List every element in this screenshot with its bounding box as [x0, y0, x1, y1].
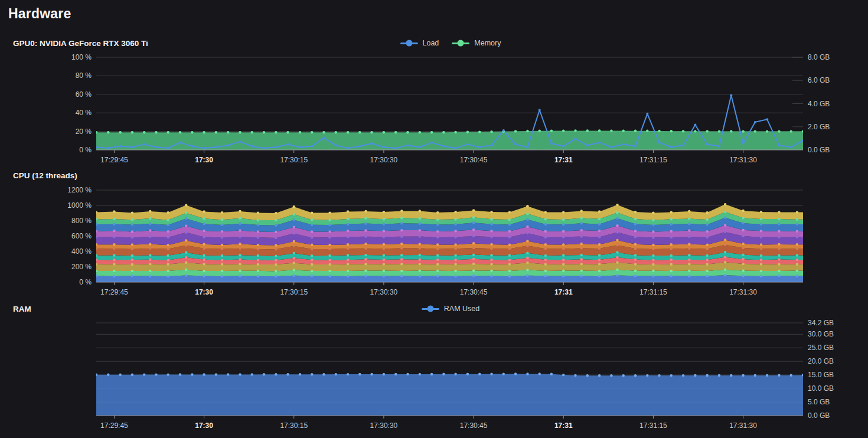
axis-tick-label: 0.0 GB: [808, 411, 830, 420]
x-axis-tick-label: 17:31: [554, 421, 573, 430]
x-axis-tick-label: 17:30:45: [460, 288, 488, 296]
hardware-page: Hardware GPU0: NVIDIA GeForce RTX 3060 T…: [0, 0, 868, 438]
x-axis-tick-label: 17:31:30: [729, 288, 757, 296]
x-axis-tick-label: 17:30:15: [280, 156, 308, 164]
x-axis-tick-label: 17:30:30: [370, 421, 398, 430]
axis-tick-label: 60 %: [76, 90, 92, 99]
x-axis-tick-label: 17:30:45: [460, 156, 488, 164]
x-axis-tick-label: 17:31:15: [639, 288, 667, 296]
x-axis-tick-label: 17:31: [554, 156, 573, 164]
axis-tick-label: 80 %: [76, 71, 92, 80]
x-axis-tick-label: 17:30:45: [460, 421, 488, 430]
gpu-chart: 0 %20 %40 %60 %80 %100 %0.0 GB2.0 GB4.0 …: [71, 53, 830, 164]
axis-tick-label: 10.0 GB: [808, 384, 834, 393]
axis-tick-label: 1000 %: [67, 201, 92, 210]
axis-tick-label: 30.0 GB: [808, 330, 834, 338]
x-axis-tick-label: 17:29:45: [100, 288, 128, 296]
ram-chart: 0.0 GB5.0 GB10.0 GB15.0 GB20.0 GB25.0 GB…: [95, 319, 834, 430]
axis-tick-label: 4.0 GB: [808, 100, 830, 108]
x-axis-tick-label: 17:31:30: [729, 156, 757, 164]
axis-tick-label: 25.0 GB: [808, 344, 834, 352]
x-axis-tick-label: 17:30:15: [280, 288, 308, 296]
axis-tick-label: 0 %: [79, 278, 92, 286]
x-axis-tick-label: 17:30:30: [370, 288, 398, 296]
axis-tick-label: 40 %: [76, 109, 92, 117]
x-axis-tick-label: 17:30:30: [370, 156, 398, 164]
axis-tick-label: 20.0 GB: [808, 357, 834, 365]
axis-tick-label: 34.2 GB: [808, 319, 834, 327]
axis-tick-label: 6.0 GB: [808, 76, 830, 84]
x-axis-tick-label: 17:30:15: [280, 421, 308, 430]
axis-tick-label: 20 %: [76, 128, 92, 136]
axis-tick-label: 100 %: [71, 53, 92, 61]
axis-tick-label: 1200 %: [67, 186, 92, 194]
axis-tick-label: 400 %: [71, 247, 92, 256]
x-axis-tick-label: 17:29:45: [100, 421, 128, 430]
hardware-charts-canvas: 0 %20 %40 %60 %80 %100 %0.0 GB2.0 GB4.0 …: [0, 0, 868, 438]
x-axis-tick-label: 17:31:30: [729, 421, 757, 430]
cpu-chart: 0 %200 %400 %600 %800 %1000 %1200 %17:29…: [67, 186, 816, 296]
x-axis-tick-label: 17:31: [554, 288, 573, 296]
x-axis-tick-label: 17:29:45: [100, 156, 128, 164]
axis-tick-label: 200 %: [71, 263, 92, 271]
axis-tick-label: 600 %: [71, 232, 92, 240]
axis-tick-label: 5.0 GB: [808, 398, 830, 406]
x-axis-tick-label: 17:30: [195, 421, 213, 430]
axis-tick-label: 2.0 GB: [808, 123, 830, 131]
x-axis-tick-label: 17:31:15: [639, 421, 667, 430]
x-axis-tick-label: 17:31:15: [639, 156, 667, 164]
x-axis-tick-label: 17:30: [195, 156, 213, 164]
axis-tick-label: 15.0 GB: [808, 371, 834, 379]
x-axis-tick-label: 17:30: [195, 288, 213, 296]
axis-tick-label: 0.0 GB: [808, 146, 830, 154]
axis-tick-label: 800 %: [71, 217, 92, 225]
axis-tick-label: 0 %: [79, 146, 92, 154]
axis-tick-label: 8.0 GB: [808, 53, 830, 61]
series-ram-used: [96, 374, 803, 416]
